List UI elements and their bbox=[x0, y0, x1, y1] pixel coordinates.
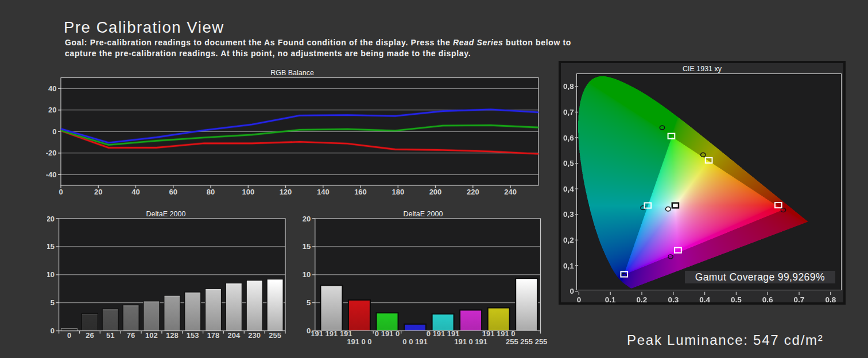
svg-text:153: 153 bbox=[187, 331, 199, 340]
svg-text:0 191 191: 0 191 191 bbox=[427, 329, 460, 338]
svg-text:191 191 191: 191 191 191 bbox=[311, 329, 352, 338]
svg-text:10: 10 bbox=[303, 270, 311, 279]
svg-text:20: 20 bbox=[48, 106, 56, 114]
svg-text:0,8: 0,8 bbox=[563, 82, 574, 91]
svg-text:0: 0 bbox=[67, 331, 71, 340]
svg-text:DeltaE 2000: DeltaE 2000 bbox=[404, 210, 443, 218]
svg-text:0,7: 0,7 bbox=[563, 108, 574, 116]
svg-text:0,3: 0,3 bbox=[563, 210, 574, 219]
svg-text:0,4: 0,4 bbox=[699, 295, 710, 303]
svg-text:60: 60 bbox=[169, 188, 177, 196]
svg-text:26: 26 bbox=[86, 331, 94, 340]
svg-text:0,1: 0,1 bbox=[605, 295, 616, 303]
svg-text:0,2: 0,2 bbox=[637, 295, 648, 303]
svg-text:10: 10 bbox=[47, 270, 55, 279]
svg-text:0 0 191: 0 0 191 bbox=[402, 337, 427, 346]
svg-text:40: 40 bbox=[131, 188, 140, 196]
svg-text:DeltaE 2000: DeltaE 2000 bbox=[146, 210, 186, 218]
svg-text:220: 220 bbox=[467, 188, 479, 196]
svg-text:0: 0 bbox=[569, 287, 574, 295]
svg-text:180: 180 bbox=[392, 188, 404, 196]
svg-text:0 191 0: 0 191 0 bbox=[375, 329, 400, 338]
svg-text:200: 200 bbox=[429, 188, 442, 196]
svg-text:0: 0 bbox=[52, 127, 56, 136]
svg-text:0,7: 0,7 bbox=[794, 295, 805, 303]
svg-text:0,3: 0,3 bbox=[668, 295, 679, 303]
svg-text:100: 100 bbox=[242, 188, 254, 196]
svg-text:0: 0 bbox=[577, 295, 582, 303]
svg-text:255: 255 bbox=[269, 331, 281, 340]
svg-text:-20: -20 bbox=[46, 149, 57, 157]
svg-text:0: 0 bbox=[51, 326, 55, 335]
svg-text:0,6: 0,6 bbox=[762, 295, 773, 303]
svg-text:191 0 191: 191 0 191 bbox=[454, 337, 487, 346]
svg-text:-40: -40 bbox=[46, 170, 57, 179]
svg-text:20: 20 bbox=[47, 215, 55, 223]
svg-text:15: 15 bbox=[47, 242, 55, 251]
svg-text:0,2: 0,2 bbox=[563, 236, 574, 244]
svg-text:76: 76 bbox=[127, 331, 135, 340]
svg-text:40: 40 bbox=[48, 84, 56, 93]
svg-text:80: 80 bbox=[207, 188, 215, 196]
svg-text:0,5: 0,5 bbox=[563, 159, 574, 168]
svg-text:5: 5 bbox=[51, 298, 55, 307]
svg-text:120: 120 bbox=[280, 188, 292, 196]
svg-text:102: 102 bbox=[145, 331, 158, 340]
svg-text:128: 128 bbox=[166, 331, 179, 340]
svg-text:20: 20 bbox=[303, 215, 311, 223]
svg-text:0,6: 0,6 bbox=[563, 134, 574, 142]
svg-text:0,1: 0,1 bbox=[563, 262, 574, 270]
svg-text:0,4: 0,4 bbox=[563, 185, 574, 193]
svg-text:255 255 255: 255 255 255 bbox=[506, 337, 547, 346]
svg-text:RGB Balance: RGB Balance bbox=[270, 69, 314, 77]
svg-text:51: 51 bbox=[106, 331, 114, 340]
svg-text:140: 140 bbox=[317, 188, 330, 196]
svg-text:230: 230 bbox=[248, 331, 261, 340]
svg-text:0,8: 0,8 bbox=[825, 295, 836, 303]
svg-text:20: 20 bbox=[94, 188, 102, 196]
svg-text:178: 178 bbox=[207, 331, 220, 340]
svg-text:191 0 0: 191 0 0 bbox=[347, 337, 371, 346]
svg-text:5: 5 bbox=[307, 298, 311, 307]
svg-text:160: 160 bbox=[354, 188, 367, 196]
svg-text:15: 15 bbox=[303, 242, 311, 251]
svg-text:0,5: 0,5 bbox=[731, 295, 742, 303]
svg-text:204: 204 bbox=[228, 331, 241, 340]
svg-text:240: 240 bbox=[504, 188, 517, 196]
svg-text:0: 0 bbox=[59, 188, 63, 196]
svg-text:191 191 0: 191 191 0 bbox=[482, 329, 516, 338]
svg-text:0: 0 bbox=[307, 326, 311, 335]
